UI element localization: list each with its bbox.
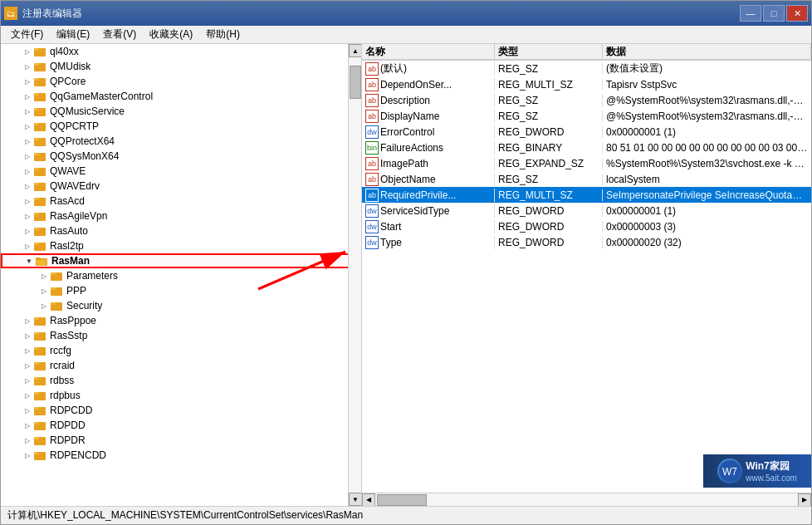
expander-rasacd[interactable]: ▷ xyxy=(21,194,34,208)
expander-qqmusic[interactable]: ▷ xyxy=(21,105,34,118)
maximize-button[interactable]: □ xyxy=(763,5,785,22)
expander-rasman[interactable]: ▼ xyxy=(22,254,36,267)
expander-ql40xx[interactable]: ▷ xyxy=(21,45,34,58)
status-bar: 计算机\HKEY_LOCAL_MACHINE\SYSTEM\CurrentCon… xyxy=(1,506,811,524)
reg-row-start[interactable]: dw Start REG_DWORD 0x00000003 (3) xyxy=(362,218,811,234)
hscroll-right-button[interactable]: ▶ xyxy=(798,493,811,507)
scroll-down-button[interactable]: ▼ xyxy=(349,493,361,506)
reg-row-failureactions[interactable]: bin FailureActions REG_BINARY 80 51 01 0… xyxy=(362,140,811,155)
hscroll-track[interactable] xyxy=(375,493,798,507)
tree-row-rccfg[interactable]: ▷ rccfg xyxy=(1,343,361,358)
reg-row-servicesidtype[interactable]: dw ServiceSidType REG_DWORD 0x00000001 (… xyxy=(362,203,811,218)
svg-rect-1 xyxy=(34,48,39,51)
tree-row-rdpdd[interactable]: ▷ RDPDD xyxy=(1,418,361,433)
reg-row-displayname[interactable]: ab DisplayName REG_SZ @%SystemRoot%\syst… xyxy=(362,108,811,124)
svg-rect-13 xyxy=(34,138,39,140)
expander-qpcore[interactable]: ▷ xyxy=(21,75,34,88)
menu-help[interactable]: 帮助(H) xyxy=(199,26,247,43)
scroll-up-button[interactable]: ▲ xyxy=(349,44,361,57)
tree-row-parameters[interactable]: ▷ Parameters xyxy=(1,268,361,283)
expander-qwave[interactable]: ▷ xyxy=(21,164,34,178)
tree-row-rcraid[interactable]: ▷ rcraid xyxy=(1,358,361,373)
menu-file[interactable]: 文件(F) xyxy=(4,26,50,43)
tree-row-qmudisk[interactable]: ▷ QMUdisk xyxy=(1,59,361,74)
svg-rect-38 xyxy=(34,317,39,320)
expander-rdbss[interactable]: ▷ xyxy=(21,374,34,387)
tree-label: QQProtectX64 xyxy=(50,135,115,147)
reg-row-dependonser[interactable]: ab DependOnSer... REG_MULTI_SZ Tapisrv S… xyxy=(362,76,811,92)
tree-row-rdpcdd[interactable]: ▷ RDPCDD xyxy=(1,403,361,418)
tree-row-rasman[interactable]: ▼ RasMan xyxy=(1,253,361,268)
tree-row-rasagilevpn[interactable]: ▷ RasAgileVpn xyxy=(1,209,361,223)
expander-rccfg[interactable]: ▷ xyxy=(21,344,34,357)
expander-rasagilevpn[interactable]: ▷ xyxy=(21,209,34,223)
expander-parameters[interactable]: ▷ xyxy=(37,269,51,282)
expander-rdpcdd[interactable]: ▷ xyxy=(21,404,34,417)
tree-row-ql40xx[interactable]: ▷ ql40xx xyxy=(1,44,361,59)
folder-icon xyxy=(34,390,47,401)
reg-row-errorcontrol[interactable]: dw ErrorControl REG_DWORD 0x00000001 (1) xyxy=(362,124,811,140)
menu-view[interactable]: 查看(V) xyxy=(96,26,143,43)
tree-row-rassstp[interactable]: ▷ RasSstp xyxy=(1,328,361,343)
tree-scrollbar[interactable]: ▲ ▼ xyxy=(348,44,361,506)
folder-icon xyxy=(51,300,64,312)
reg-row-description[interactable]: ab Description REG_SZ @%SystemRoot%\syst… xyxy=(362,92,811,108)
tree-row-rdpbus[interactable]: ▷ rdpbus xyxy=(1,388,361,403)
menu-favorites[interactable]: 收藏夹(A) xyxy=(143,26,199,43)
tree-row-qqsysmon[interactable]: ▷ QQSysMonX64 xyxy=(1,149,361,164)
tree-row-qwave[interactable]: ▷ QWAVE xyxy=(1,164,361,179)
expander-rdpbus[interactable]: ▷ xyxy=(21,389,34,402)
tree-row-qwavedrv[interactable]: ▷ QWAVEdrv xyxy=(1,179,361,194)
tree-row-rdbss[interactable]: ▷ rdbss xyxy=(1,373,361,388)
tree-row-rasl2tp[interactable]: ▷ Rasl2tp xyxy=(1,238,361,253)
reg-name-cell: dw Start xyxy=(362,220,495,233)
minimize-button[interactable]: — xyxy=(740,5,761,22)
tree-content: ▷ ql40xx ▷ QMUdisk ▷ xyxy=(1,44,361,506)
tree-row-rdpencdd[interactable]: ▷ RDPENCDD xyxy=(1,448,361,463)
tree-row-rdpdr[interactable]: ▷ RDPDR xyxy=(1,433,361,448)
reg-data-cell: 0x00000001 (1) xyxy=(603,126,811,138)
svg-rect-52 xyxy=(34,422,39,424)
win7-badge[interactable]: W7 Win7家园 www.5ait.com xyxy=(703,454,811,488)
tree-row-raspppoe[interactable]: ▷ RasPppoe xyxy=(1,313,361,328)
menu-edit[interactable]: 编辑(E) xyxy=(50,26,96,43)
expander-qqprotect[interactable]: ▷ xyxy=(21,135,34,148)
reg-row-default[interactable]: ab (默认) REG_SZ (数值未设置) xyxy=(362,61,811,76)
expander-qqpcrtp[interactable]: ▷ xyxy=(21,120,34,133)
scroll-track[interactable] xyxy=(349,57,361,493)
close-button[interactable]: ✕ xyxy=(786,5,808,22)
tree-row-qqprotect[interactable]: ▷ QQProtectX64 xyxy=(1,134,361,149)
expander-qqgame[interactable]: ▷ xyxy=(21,90,34,103)
expander-raspppoe[interactable]: ▷ xyxy=(21,314,34,327)
reg-row-objectname[interactable]: ab ObjectName REG_SZ localSystem xyxy=(362,171,811,187)
tree-row-qpcore[interactable]: ▷ QPCore xyxy=(1,74,361,89)
expander-ppp[interactable]: ▷ xyxy=(37,284,51,297)
expander-rdpdd[interactable]: ▷ xyxy=(21,419,34,432)
tree-row-qqpcrtp[interactable]: ▷ QQPCRTP xyxy=(1,119,361,134)
expander-security[interactable]: ▷ xyxy=(37,299,51,312)
hscroll[interactable]: ◀ ▶ xyxy=(362,493,811,506)
svg-text:W7: W7 xyxy=(722,466,737,478)
expander-rdpdr[interactable]: ▷ xyxy=(21,434,34,447)
tree-row-ppp[interactable]: ▷ PPP xyxy=(1,283,361,298)
tree-row-rasacd[interactable]: ▷ RasAcd xyxy=(1,194,361,209)
scroll-thumb[interactable] xyxy=(350,66,361,99)
tree-row-security[interactable]: ▷ Security xyxy=(1,298,361,313)
expander-rasl2tp[interactable]: ▷ xyxy=(21,239,34,253)
svg-rect-54 xyxy=(34,437,39,439)
expander-qmudisk[interactable]: ▷ xyxy=(21,60,34,73)
tree-row-rasauto[interactable]: ▷ RasAuto xyxy=(1,223,361,238)
expander-rassstp[interactable]: ▷ xyxy=(21,329,34,342)
expander-qwavedrv[interactable]: ▷ xyxy=(21,179,34,193)
tree-row-qqgame[interactable]: ▷ QqGameMasterControl xyxy=(1,89,361,104)
expander-rcraid[interactable]: ▷ xyxy=(21,359,34,372)
reg-row-requiredprivilege[interactable]: ab RequiredPrivile... REG_MULTI_SZ SeImp… xyxy=(362,187,811,203)
expander-rasauto[interactable]: ▷ xyxy=(21,224,34,238)
expander-rdpencdd[interactable]: ▷ xyxy=(21,449,34,462)
reg-row-imagepath[interactable]: ab ImagePath REG_EXPAND_SZ %SystemRoot%\… xyxy=(362,155,811,171)
tree-row-qqmusic[interactable]: ▷ QQMusicService xyxy=(1,104,361,119)
reg-row-type[interactable]: dw Type REG_DWORD 0x00000020 (32) xyxy=(362,234,811,250)
hscroll-left-button[interactable]: ◀ xyxy=(362,493,375,507)
hscroll-thumb[interactable] xyxy=(377,494,427,506)
expander-qqsysmon[interactable]: ▷ xyxy=(21,150,34,163)
